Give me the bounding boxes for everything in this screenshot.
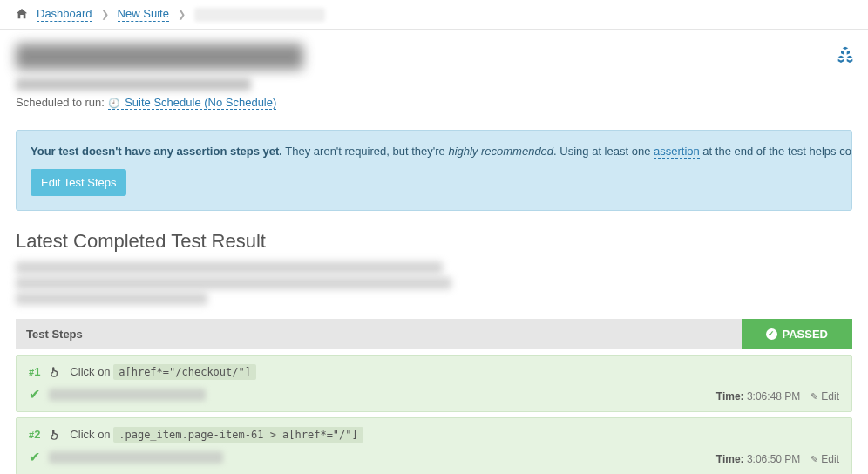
step-detail-redacted — [49, 389, 206, 401]
pointer-icon — [49, 427, 61, 442]
assertion-alert: Your test doesn't have any assertion ste… — [16, 130, 852, 211]
check-icon: ✔ — [29, 386, 40, 403]
pencil-icon: ✎ — [810, 454, 818, 465]
status-badge: ✓ PASSED — [742, 319, 853, 349]
pointer-icon — [49, 364, 61, 379]
test-step: #1 Click on a[href*="/checkout/"] ✔ Time… — [16, 355, 852, 412]
step-action: Click on .page_item.page-item-61 > a[hre… — [70, 428, 363, 441]
result-metadata-redacted — [16, 261, 852, 305]
step-number: #1 — [29, 365, 40, 378]
assertion-link[interactable]: assertion — [654, 145, 700, 159]
step-selector: a[href*="/checkout/"] — [113, 364, 256, 380]
clock-icon — [108, 96, 122, 109]
edit-test-steps-button[interactable]: Edit Test Steps — [31, 169, 126, 197]
alert-bold: Your test doesn't have any assertion ste… — [31, 145, 282, 158]
cubes-icon[interactable] — [837, 45, 854, 67]
step-time: Time: 3:06:50 PM — [716, 453, 801, 465]
page-subtitle-redacted — [16, 78, 251, 91]
breadcrumb-new-suite[interactable]: New Suite — [118, 7, 169, 22]
schedule-prefix: Scheduled to run: — [16, 96, 105, 109]
home-icon — [16, 8, 28, 21]
step-action: Click on a[href*="/checkout/"] — [70, 365, 256, 378]
schedule-line: Scheduled to run: Suite Schedule (No Sch… — [16, 96, 303, 109]
breadcrumb-dashboard[interactable]: Dashboard — [37, 7, 92, 22]
schedule-link[interactable]: Suite Schedule (No Schedule) — [108, 96, 277, 110]
check-circle-icon: ✓ — [766, 328, 777, 340]
table-header-label: Test Steps — [16, 319, 742, 349]
chevron-right-icon: ❯ — [101, 9, 109, 20]
check-icon: ✔ — [29, 449, 40, 465]
pencil-icon: ✎ — [810, 391, 818, 403]
step-number: #2 — [29, 428, 40, 441]
breadcrumb: Dashboard ❯ New Suite ❯ — [0, 0, 868, 30]
page-title-redacted — [16, 44, 303, 70]
edit-step-link[interactable]: ✎Edit — [810, 453, 839, 465]
step-detail-redacted — [49, 451, 223, 464]
step-selector: .page_item.page-item-61 > a[href*="/"] — [113, 427, 363, 443]
steps-table-header: Test Steps ✓ PASSED — [16, 319, 852, 349]
section-title: Latest Completed Test Result — [16, 230, 852, 253]
test-step: #2 Click on .page_item.page-item-61 > a[… — [16, 417, 852, 474]
breadcrumb-current-redacted — [194, 8, 325, 22]
edit-step-link[interactable]: ✎Edit — [810, 390, 839, 403]
chevron-right-icon: ❯ — [178, 9, 186, 20]
step-time: Time: 3:06:48 PM — [716, 390, 801, 403]
